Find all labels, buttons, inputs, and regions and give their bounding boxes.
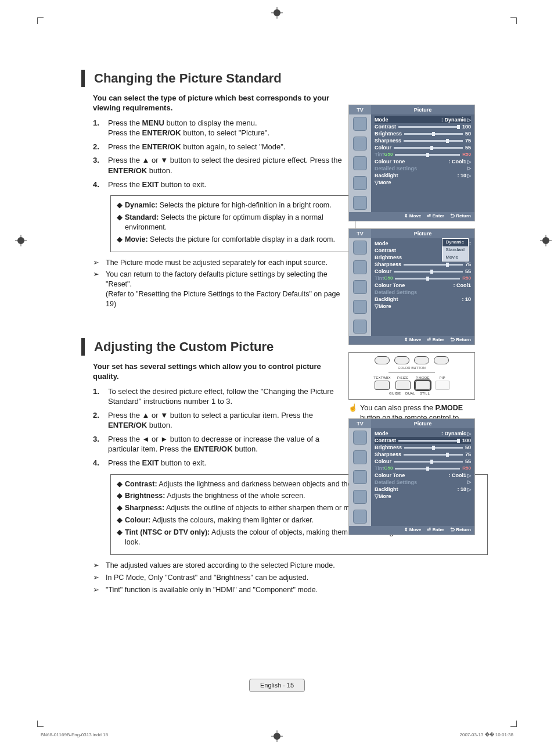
bullet-icon: ◆ — [117, 515, 125, 525]
osd-row-key: Colour Tone — [375, 282, 405, 289]
remote-button — [394, 356, 409, 364]
chevron-right-icon: ▷ — [467, 159, 471, 164]
section-intro: Your set has several settings which allo… — [93, 361, 343, 382]
osd-category: TV — [349, 419, 371, 428]
step-number: 3. — [93, 155, 108, 175]
bullet-icon: ◆ — [117, 200, 125, 210]
osd-row-key: Colour Tone — [375, 158, 405, 165]
osd-title: Picture — [371, 419, 474, 428]
note-arrow-icon: ➢ — [93, 585, 106, 595]
osd-footer-move: ⇕ Move — [404, 337, 422, 343]
osd-slider — [404, 447, 463, 449]
chevron-right-icon: ▷ — [467, 479, 471, 486]
osd-category-icon — [353, 510, 367, 524]
chevron-right-icon: ▷ — [467, 487, 471, 492]
osd-category: TV — [349, 105, 371, 114]
manual-page: Changing the Picture Standard You can se… — [0, 0, 554, 756]
osd-row-value: 50 — [465, 130, 471, 137]
osd-row-key: Sharpness — [375, 137, 401, 144]
osd-row-value: : 10 — [462, 296, 471, 303]
osd-tint-g: G50 — [384, 275, 393, 282]
osd-slider — [398, 440, 460, 442]
osd-row-key: Mode — [375, 240, 388, 247]
remote-button — [395, 381, 411, 390]
remote-button — [435, 381, 450, 390]
osd-row-value: 100 — [462, 123, 471, 130]
def-label: Dynamic: — [125, 201, 157, 209]
osd-footer-return: ⮌ Return — [450, 213, 471, 220]
updown-icon: ⇕ — [404, 213, 408, 218]
osd-row-value: : Dynamic — [441, 117, 466, 123]
osd-row-key: Backlight — [375, 172, 398, 179]
osd-category-icon — [353, 450, 367, 464]
osd-category-icon — [353, 320, 367, 334]
osd-row-key: Brightness — [375, 444, 402, 451]
remote-button — [375, 356, 390, 364]
osd-category-icon — [353, 196, 367, 210]
osd-row-key: Colour — [375, 268, 391, 275]
osd-footer-return: ⮌ Return — [450, 527, 471, 533]
note-text: You can return to the factory defaults p… — [106, 270, 343, 309]
osd-slider — [404, 454, 463, 456]
note-arrow-icon: ➢ — [93, 270, 106, 309]
step-text: Press the EXIT button to exit. — [108, 458, 343, 468]
steps-list: 1.To select the desired picture effect, … — [93, 386, 343, 468]
osd-row-value: 55 — [465, 144, 471, 151]
bullet-icon: ◆ — [117, 479, 125, 489]
page-number: English - 15 — [249, 679, 305, 692]
bullet-icon: ◆ — [117, 491, 125, 501]
step-text: Press the MENU button to display the men… — [108, 118, 343, 138]
osd-category-icon — [353, 490, 367, 504]
chevron-right-icon: ▷ — [467, 117, 471, 123]
osd-tint-r: R50 — [462, 465, 471, 472]
remote-button-label: P.MODE — [416, 375, 430, 380]
print-footer-left: BN68-01169B-Eng-0313.indd 15 — [41, 732, 108, 739]
enter-icon: ⏎ — [427, 213, 431, 218]
def-text: Selects the picture for comfortable disp… — [148, 235, 335, 243]
osd-row-key: ▽More — [375, 179, 391, 186]
chevron-right-icon: ▷ — [467, 166, 471, 172]
osd-row-value: 55 — [465, 268, 471, 275]
section-title: Changing the Picture Standard — [81, 70, 488, 87]
step-number: 2. — [93, 142, 108, 152]
step-text: Press the ▲ or ▼ button to select the de… — [108, 155, 343, 175]
note-text: In PC Mode, Only "Contrast" and "Brightn… — [106, 573, 308, 583]
step-number: 3. — [93, 434, 108, 454]
remote-button-label: TEXT/MIX — [373, 375, 390, 380]
step-number: 2. — [93, 410, 108, 431]
osd-category-icon — [353, 260, 367, 274]
steps-list: 1.Press the MENU button to display the m… — [93, 118, 343, 189]
osd-slider — [395, 154, 460, 156]
osd-row-key: Brightness — [375, 254, 402, 261]
osd-footer-enter: ⏎ Enter — [427, 527, 444, 533]
osd-picture-panel: TV Picture Mode: Dynamic▷ Contrast100 Br… — [348, 105, 475, 221]
osd-mode-dropdown: Dynamic Standard Movie — [442, 238, 469, 261]
remote-button — [414, 356, 429, 364]
osd-slider — [394, 271, 463, 273]
osd-row-key: Mode — [375, 430, 388, 437]
remote-button-pmode — [415, 381, 430, 390]
return-icon: ⮌ — [450, 337, 455, 342]
osd-slider — [395, 278, 460, 280]
registration-mark-icon — [15, 235, 27, 246]
bullet-icon: ◆ — [117, 235, 125, 245]
step-text: Press the ◄ or ► button to decrease or i… — [108, 434, 343, 454]
note-arrow-icon: ➢ — [93, 258, 106, 268]
osd-category-icon — [353, 300, 367, 314]
osd-row-key: Backlight — [375, 296, 398, 303]
osd-row-key: ▽More — [375, 303, 391, 310]
def-text: Adjusts the brightness of the whole scre… — [165, 492, 305, 500]
updown-icon: ⇕ — [404, 527, 408, 532]
registration-mark-icon — [271, 7, 283, 19]
remote-button-label: P.SIZE — [397, 375, 408, 380]
osd-row-key: Contrast — [375, 247, 396, 254]
osd-category-icon — [353, 156, 367, 170]
osd-row-key: Brightness — [375, 130, 402, 137]
osd-row-key: Mode — [375, 116, 388, 123]
osd-tint-r: R50 — [462, 152, 471, 158]
remote-snippet: COLOR BUTTON TEXT/MIX P.SIZE P.MODE PIP … — [348, 352, 475, 400]
osd-row-key: Detailed Settings — [375, 479, 417, 486]
osd-footer-return: ⮌ Return — [450, 337, 471, 343]
def-label: Colour: — [125, 516, 150, 524]
definitions-box: ◆Dynamic: Selects the picture for high-d… — [110, 195, 355, 252]
